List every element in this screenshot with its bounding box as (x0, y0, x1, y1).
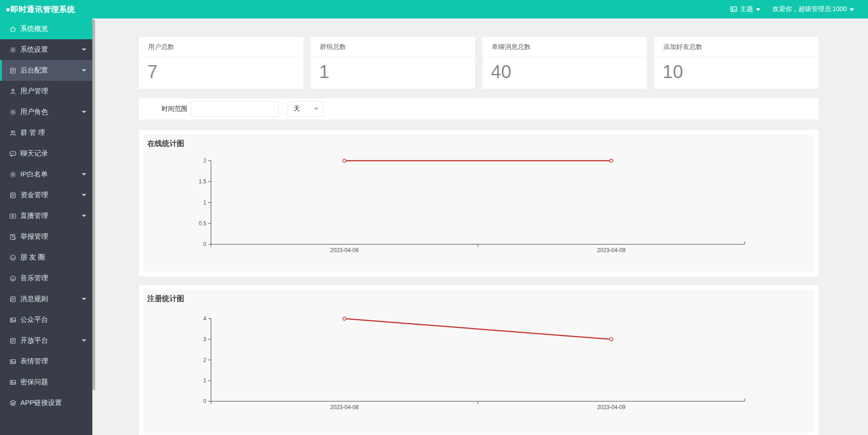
stat-label: 群组总数 (311, 37, 475, 57)
chart-title: 注册统计图 (147, 294, 184, 304)
interval-select[interactable]: 天 (288, 101, 324, 117)
smiley-icon (9, 254, 17, 261)
user-menu[interactable]: 欢迎你，超级管理员:1000 (772, 5, 854, 13)
stat-label: 单聊消息总数 (482, 37, 647, 57)
chevron-down-icon (314, 108, 319, 110)
stat-value: 1 (311, 57, 475, 82)
sidebar-item-10[interactable]: 举报管理 (0, 226, 92, 247)
image-icon (9, 316, 17, 324)
gear-icon (9, 171, 17, 178)
svg-text:2023-04-08: 2023-04-08 (330, 247, 359, 254)
user-icon (9, 88, 17, 95)
svg-text:1.5: 1.5 (199, 178, 206, 185)
chevron-down-icon (82, 339, 86, 342)
gear-icon (9, 46, 17, 54)
sidebar-item-label: 聊天记录 (20, 149, 48, 158)
layers-icon (9, 399, 17, 407)
sidebar-item-18[interactable]: APP链接设置 (0, 393, 92, 413)
date-range-input[interactable] (191, 101, 278, 117)
interval-select-value: 天 (288, 105, 314, 113)
gear-icon (9, 109, 17, 116)
svg-text:0.5: 0.5 (199, 220, 206, 227)
video-icon (9, 212, 17, 220)
sidebar-item-12[interactable]: 音乐管理 (0, 268, 92, 289)
sidebar-scrollbar[interactable] (92, 18, 95, 435)
svg-text:2023-04-08: 2023-04-08 (330, 404, 359, 411)
register-chart-panel: 注册统计图 012342023-04-082023-04-09 (139, 284, 819, 435)
filter-label: 时间范围 (160, 105, 187, 113)
chevron-down-icon (82, 48, 86, 51)
svg-text:3: 3 (203, 336, 206, 343)
svg-text:1: 1 (203, 199, 206, 206)
sidebar-item-14[interactable]: 公众平台 (0, 309, 92, 330)
online-chart-panel: 在线统计图 00.511.522023-04-082023-04-09 (139, 129, 819, 277)
svg-text:2: 2 (203, 357, 206, 363)
sidebar-item-5[interactable]: 群 管 理 (0, 122, 92, 143)
stat-value: 10 (654, 57, 819, 82)
sidebar-menu: 系统概览系统设置后台配置用户管理用户角色群 管 理聊天记录IP白名单资金管理直播… (0, 18, 92, 435)
sidebar-item-8[interactable]: 资金管理 (0, 185, 92, 205)
chevron-down-icon (756, 8, 760, 11)
sidebar-item-label: APP链接设置 (20, 399, 62, 407)
app-title: ●即时通讯管理系统 (0, 4, 75, 15)
chevron-down-icon (82, 215, 86, 217)
sidebar-item-17[interactable]: 密保问题 (0, 372, 92, 393)
stat-value: 7 (139, 57, 303, 82)
sidebar-item-label: IP白名单 (20, 170, 48, 179)
stats-row: 用户总数7群组总数1单聊消息总数40添加好友总数10 (139, 36, 819, 89)
sidebar-item-4[interactable]: 用户角色 (0, 102, 92, 122)
chart-title: 在线统计图 (147, 139, 184, 149)
sidebar-item-label: 消息规则 (20, 295, 48, 303)
sidebar-item-3[interactable]: 用户管理 (0, 81, 92, 102)
chevron-down-icon (850, 8, 854, 11)
sidebar-item-label: 群 管 理 (20, 128, 45, 137)
sidebar-item-2[interactable]: 后台配置 (0, 60, 92, 81)
stat-card-0: 用户总数7 (139, 36, 304, 89)
smiley-icon (9, 275, 17, 282)
chevron-down-icon (82, 173, 86, 175)
stat-card-1: 群组总数1 (310, 36, 476, 89)
theme-menu[interactable]: 主题 (730, 5, 760, 13)
sidebar-item-label: 表情管理 (20, 357, 48, 366)
users-icon (9, 129, 17, 137)
theme-label: 主题 (740, 5, 753, 13)
stat-label: 添加好友总数 (654, 37, 819, 57)
image-icon (9, 358, 17, 365)
sidebar-item-16[interactable]: 表情管理 (0, 351, 92, 372)
sidebar-item-15[interactable]: 开放平台 (0, 330, 92, 351)
filter-bar: 时间范围 天 (139, 98, 819, 120)
sidebar-item-label: 朋 友 圈 (20, 253, 45, 262)
sidebar-item-13[interactable]: 消息规则 (0, 289, 92, 309)
sidebar-item-label: 直播管理 (20, 211, 48, 220)
register-line-chart: 012342023-04-082023-04-09 (144, 290, 815, 433)
svg-text:2: 2 (203, 157, 206, 164)
stat-value: 40 (482, 57, 647, 82)
sidebar-item-7[interactable]: IP白名单 (0, 164, 92, 185)
chevron-down-icon (82, 194, 86, 196)
svg-text:1: 1 (203, 377, 206, 384)
sidebar-item-6[interactable]: 聊天记录 (0, 143, 92, 164)
chevron-down-icon (82, 111, 86, 113)
scrollbar-thumb[interactable] (92, 19, 95, 390)
chevron-down-icon (82, 69, 86, 72)
sidebar-item-1[interactable]: 系统设置 (0, 39, 92, 60)
svg-text:0: 0 (203, 241, 206, 248)
sidebar-item-label: 开放平台 (20, 336, 48, 345)
chat-icon (9, 150, 17, 157)
svg-text:4: 4 (203, 315, 206, 322)
stat-card-2: 单聊消息总数40 (482, 36, 647, 89)
welcome-text: 欢迎你，超级管理员:1000 (772, 5, 847, 13)
sidebar-item-0[interactable]: 系统概览 (0, 18, 92, 39)
app-header: ●即时通讯管理系统 主题 欢迎你，超级管理员:1000 (0, 0, 868, 18)
sidebar-item-label: 用户管理 (20, 87, 48, 96)
stat-card-3: 添加好友总数10 (654, 36, 819, 89)
image-icon (9, 379, 17, 386)
svg-text:0: 0 (203, 398, 206, 405)
sidebar-item-label: 密保问题 (20, 378, 48, 387)
sidebar-item-label: 资金管理 (20, 191, 48, 199)
svg-text:2023-04-09: 2023-04-09 (597, 247, 626, 254)
sidebar-item-11[interactable]: 朋 友 圈 (0, 247, 92, 268)
chevron-down-icon (82, 298, 86, 300)
sidebar-item-9[interactable]: 直播管理 (0, 205, 92, 226)
clipboard-icon (9, 296, 17, 303)
